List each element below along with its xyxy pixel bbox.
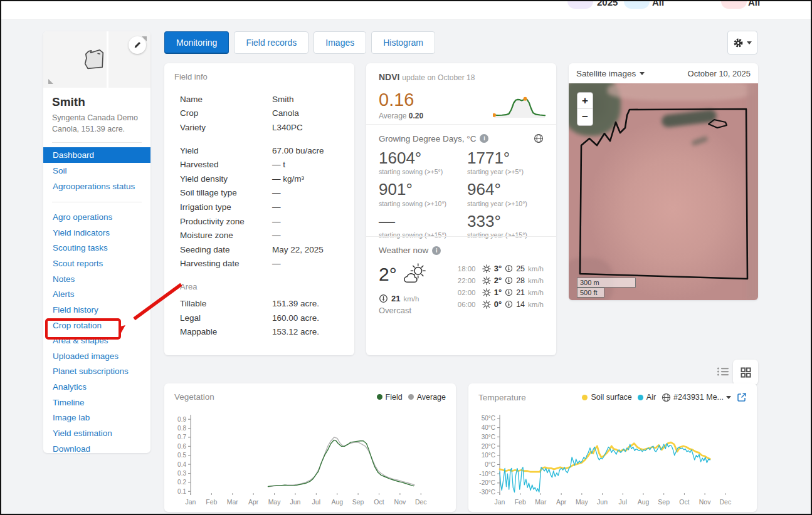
svg-text:0.8: 0.8 <box>177 425 186 432</box>
sidebar-item-download[interactable]: Download <box>43 441 150 457</box>
sidebar-secondary-nav: Agro operations Yield indicators Scoutin… <box>43 209 150 456</box>
field-info-row: Harvested— t <box>180 157 344 172</box>
status-filter-chip[interactable] <box>721 1 747 9</box>
settings-button[interactable] <box>727 31 757 55</box>
svg-text:0.4: 0.4 <box>177 461 186 468</box>
satellite-dropdown[interactable]: Satellite images <box>576 69 636 78</box>
forecast-row: 18:00 3° 25 km/h <box>458 264 544 273</box>
sidebar-item-field-history[interactable]: Field history <box>43 302 150 318</box>
forecast-row: 02:00 1° 21 km/h <box>458 288 544 297</box>
sun-icon <box>482 288 491 297</box>
gdd-cell: 1771°starting year (>+5°) <box>467 150 544 175</box>
info-icon[interactable]: i <box>480 134 488 143</box>
gdd-cell: 333°starting year (>+15°) <box>467 213 544 239</box>
svg-text:-20°C: -20°C <box>479 479 495 486</box>
expand-corner-icon <box>142 36 147 41</box>
gdd-cell: 964°starting year (>+10°) <box>467 181 544 207</box>
tab-field-records[interactable]: Field records <box>234 31 308 54</box>
sidebar-item-analytics[interactable]: Analytics <box>43 379 150 395</box>
temperature-chart-card: Temperature Soil surface Air #243931 Me.… <box>468 383 757 512</box>
crop-filter-label[interactable]: All <box>652 1 664 8</box>
svg-text:0.9: 0.9 <box>177 416 186 423</box>
average-legend-dot <box>408 394 414 400</box>
tab-histogram[interactable]: Histogram <box>371 31 435 54</box>
weather-forecast: 18:00 3° 25 km/h 22:00 2° 28 km/h <box>458 263 544 315</box>
area-row: Legal160.00 acre. <box>180 311 344 325</box>
globe-icon[interactable] <box>534 133 544 143</box>
year-filter-chip[interactable] <box>567 1 593 9</box>
wind-direction-icon <box>505 264 513 273</box>
status-filter-label[interactable]: All <box>748 1 760 8</box>
legend-air[interactable]: Air <box>638 393 656 402</box>
sidebar-item-agrooperations-status[interactable]: Agrooperations status <box>43 179 150 194</box>
external-link-icon[interactable] <box>737 392 747 402</box>
field-map[interactable]: + − 300 m 500 ft <box>569 83 758 300</box>
sidebar-item-timeline[interactable]: Timeline <box>43 395 150 410</box>
field-info-row: Moisture zone— <box>180 228 344 242</box>
wind-direction-icon <box>505 276 513 284</box>
satellite-date: October 10, 2025 <box>688 69 751 78</box>
sidebar-item-soil[interactable]: Soil <box>43 163 150 179</box>
field-boundary <box>569 83 758 300</box>
field-info-row: Productivity zone— <box>180 214 344 229</box>
field-shape-icon <box>80 45 108 73</box>
svg-text:Jun: Jun <box>597 498 608 506</box>
field-thumbnail[interactable] <box>43 31 150 88</box>
sun-icon <box>482 276 491 285</box>
sidebar-item-agro-operations[interactable]: Agro operations <box>43 209 150 225</box>
sidebar-item-yield-indicators[interactable]: Yield indicators <box>43 225 150 241</box>
sidebar-item-scout-reports[interactable]: Scout reports <box>43 256 150 271</box>
sun-icon <box>482 300 491 309</box>
svg-text:Nov: Nov <box>394 498 406 506</box>
sidebar-item-planet-subscriptions[interactable]: Planet subscriptions <box>43 364 150 380</box>
sidebar-item-scouting-tasks[interactable]: Scouting tasks <box>43 241 150 256</box>
list-view-icon <box>717 367 729 377</box>
map-scale-metric: 300 m <box>577 278 636 288</box>
svg-text:Jul: Jul <box>619 498 627 506</box>
sidebar-item-image-lab[interactable]: Image lab <box>43 410 150 426</box>
tab-monitoring[interactable]: Monitoring <box>164 31 229 54</box>
tab-images[interactable]: Images <box>314 31 366 54</box>
crop-filter-chip[interactable] <box>624 1 650 9</box>
soil-legend-dot <box>582 395 588 400</box>
grid-view-button[interactable] <box>733 360 758 385</box>
field-subtitle: Syngenta Canada Demo Canola, 151.39 acre… <box>52 112 141 135</box>
weather-condition: Overcast <box>379 306 458 315</box>
map-scale-imperial: 500 ft <box>577 288 604 298</box>
sidebar-item-dashboard[interactable]: Dashboard <box>43 147 150 163</box>
map-zoom-in-button[interactable]: + <box>577 93 593 109</box>
field-info-row: CropCanola <box>180 107 344 121</box>
legend-soil-surface[interactable]: Soil surface <box>582 393 631 402</box>
svg-text:10°C: 10°C <box>482 452 495 459</box>
sidebar-item-alerts[interactable]: Alerts <box>43 286 150 302</box>
svg-text:Feb: Feb <box>206 498 217 506</box>
legend-average[interactable]: Average <box>408 393 446 402</box>
map-zoom-out-button[interactable]: − <box>577 109 593 125</box>
svg-text:May: May <box>576 498 589 506</box>
svg-text:40°C: 40°C <box>482 424 495 431</box>
list-view-button[interactable] <box>717 367 729 379</box>
sidebar-item-yield-estimation[interactable]: Yield estimation <box>43 425 150 441</box>
svg-text:Oct: Oct <box>374 498 384 506</box>
sidebar-item-uploaded-images[interactable]: Uploaded images <box>43 348 150 364</box>
vegetation-chart-card: Vegetation Field Average 0.90.80.70.60.5… <box>164 383 456 512</box>
air-legend-dot <box>638 395 643 400</box>
svg-text:Mar: Mar <box>535 498 547 506</box>
svg-text:0.5: 0.5 <box>177 452 186 459</box>
legend-field[interactable]: Field <box>377 393 403 402</box>
svg-text:Feb: Feb <box>515 498 526 506</box>
year-filter-label[interactable]: 2025 <box>597 1 618 8</box>
info-icon[interactable]: i <box>432 246 441 255</box>
svg-text:Dec: Dec <box>719 498 731 506</box>
ndvi-title: NDVI <box>379 72 399 82</box>
sidebar-item-notes[interactable]: Notes <box>43 271 150 287</box>
ndvi-sparkline <box>493 90 546 120</box>
sidebar-item-crop-rotation[interactable]: Crop rotation <box>43 318 150 333</box>
ndvi-average-label: Average <box>379 112 406 120</box>
gdd-cell: 901°starting sowing (>+10°) <box>379 181 467 207</box>
sidebar-item-area-and-shapes[interactable]: Area & shapes <box>43 333 150 348</box>
svg-text:0.6: 0.6 <box>177 443 186 450</box>
svg-text:Oct: Oct <box>679 498 689 506</box>
divider <box>52 202 142 202</box>
station-dropdown[interactable]: #243931 Me... <box>662 393 731 402</box>
